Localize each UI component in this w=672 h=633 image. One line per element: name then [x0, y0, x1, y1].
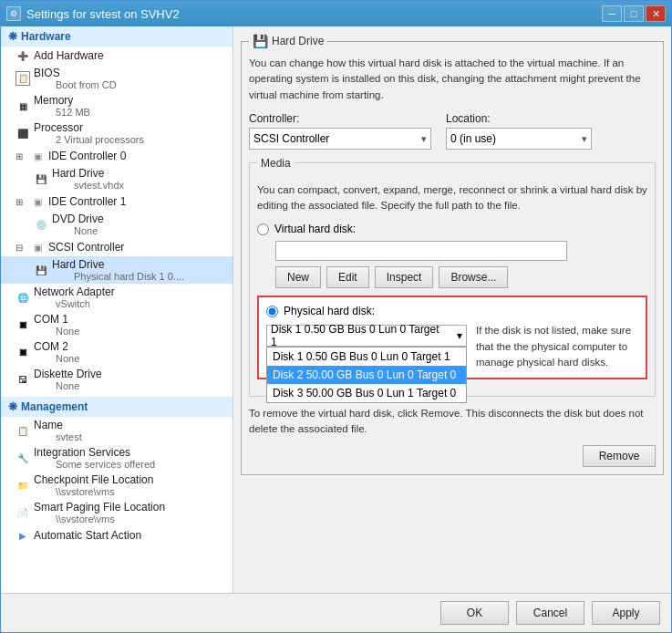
- hdd-ide0-sub: svtest.vhdx: [52, 180, 124, 191]
- integration-sub: Some services offered: [34, 459, 155, 470]
- location-select[interactable]: 0 (in use): [446, 128, 592, 150]
- management-section-header[interactable]: ❋ Management: [1, 397, 233, 417]
- hard-drive-info: You can change how this virtual hard dis…: [249, 56, 656, 103]
- maximize-button[interactable]: □: [624, 5, 644, 22]
- virtual-disk-path-input[interactable]: [275, 241, 567, 261]
- smartpaging-icon: 📄: [16, 505, 30, 520]
- sidebar-item-add-hardware[interactable]: ➕ Add Hardware: [1, 47, 233, 65]
- processor-label: Processor: [34, 121, 144, 134]
- new-button[interactable]: New: [275, 266, 321, 288]
- sidebar-item-com2[interactable]: ▣ COM 2 None: [1, 338, 233, 366]
- sidebar: ❋ Hardware ➕ Add Hardware 📋 BIOS Boot fr…: [1, 26, 233, 593]
- dvd-sub: None: [52, 225, 104, 236]
- disk-dropdown-display[interactable]: Disk 1 0.50 GB Bus 0 Lun 0 Target 1 ▾: [266, 325, 467, 347]
- diskette-icon: 🖫: [16, 372, 30, 387]
- sidebar-item-checkpoint[interactable]: 📁 Checkpoint File Location \\svstore\vms: [1, 472, 233, 499]
- edit-button[interactable]: Edit: [326, 266, 369, 288]
- remove-button[interactable]: Remove: [583, 445, 656, 467]
- autostart-icon: ▶: [16, 528, 30, 543]
- media-info: You can compact, convert, expand, merge,…: [257, 182, 647, 214]
- sidebar-item-hard-drive-ide0[interactable]: 💾 Hard Drive svtest.vhdx: [1, 165, 233, 192]
- close-button[interactable]: ✕: [646, 5, 666, 22]
- sidebar-item-autostart[interactable]: ▶ Automatic Start Action: [1, 526, 233, 545]
- sidebar-item-com1[interactable]: ▣ COM 1 None: [1, 311, 233, 338]
- hardware-section-header[interactable]: ❋ Hardware: [1, 26, 233, 47]
- management-label: Management: [21, 400, 88, 413]
- sidebar-item-scsi-hdd[interactable]: 💾 Hard Drive Physical hard Disk 1 0....: [1, 256, 233, 284]
- physical-disk-info-text: If the disk is not listed, make sure tha…: [476, 325, 631, 368]
- checkpoint-icon: 📁: [16, 478, 30, 493]
- sidebar-item-network[interactable]: 🌐 Network Adapter vSwitch: [1, 284, 233, 311]
- virtual-disk-radio[interactable]: [257, 223, 269, 235]
- processor-icon: ⬛: [16, 126, 30, 140]
- hard-drive-section: 💾 Hard Drive You can change how this vir…: [241, 34, 664, 475]
- disk-option-1[interactable]: Disk 1 0.50 GB Bus 0 Lun 0 Target 1: [267, 348, 466, 366]
- ide0-icon: ▣: [30, 149, 45, 163]
- memory-icon: ▦: [16, 99, 30, 113]
- checkpoint-sub: \\svstore\vms: [34, 486, 153, 497]
- sidebar-item-memory[interactable]: ▦ Memory 512 MB: [1, 92, 233, 119]
- bios-sub: Boot from CD: [34, 79, 117, 90]
- smartpaging-label: Smart Paging File Location: [34, 501, 165, 514]
- network-icon: 🌐: [16, 290, 30, 305]
- window-icon: ⚙: [6, 6, 21, 21]
- scsi-label: SCSI Controller: [48, 241, 124, 254]
- title-bar: ⚙ Settings for svtest on SVHV2 ─ □ ✕: [1, 1, 671, 26]
- disk-option-3[interactable]: Disk 3 50.00 GB Bus 0 Lun 1 Target 0: [267, 384, 466, 402]
- scsi-expand-icon: ⊟: [16, 243, 26, 253]
- ide0-label: IDE Controller 0: [48, 150, 126, 162]
- ide1-icon: ▣: [30, 194, 45, 209]
- name-sub: svtest: [34, 431, 82, 442]
- sidebar-item-name[interactable]: 📋 Name svtest: [1, 417, 233, 444]
- sidebar-item-ide0[interactable]: ⊞ ▣ IDE Controller 0: [1, 147, 233, 165]
- management-expand-icon: ❋: [8, 400, 17, 413]
- ok-button[interactable]: OK: [440, 601, 509, 625]
- sidebar-item-scsi[interactable]: ⊟ ▣ SCSI Controller: [1, 238, 233, 256]
- location-select-wrapper: 0 (in use): [446, 128, 592, 150]
- bottom-bar: OK Cancel Apply: [1, 593, 671, 632]
- controller-select-wrapper: SCSI Controller: [249, 128, 431, 150]
- disk-dropdown-value: Disk 1 0.50 GB Bus 0 Lun 0 Target 1: [271, 323, 448, 348]
- ide1-label: IDE Controller 1: [48, 195, 126, 208]
- inspect-button[interactable]: Inspect: [375, 266, 434, 288]
- apply-button[interactable]: Apply: [592, 601, 660, 625]
- com2-icon: ▣: [16, 345, 30, 359]
- physical-disk-radio-row: Physical hard disk:: [266, 305, 638, 317]
- sidebar-item-bios[interactable]: 📋 BIOS Boot from CD: [1, 65, 233, 92]
- physical-disk-content: Disk 1 0.50 GB Bus 0 Lun 0 Target 1 ▾ Di…: [266, 323, 638, 370]
- dvd-label: DVD Drive: [52, 213, 104, 225]
- com1-sub: None: [34, 326, 79, 337]
- physical-disk-radio[interactable]: [266, 306, 278, 317]
- smartpaging-sub: \\svstore\vms: [34, 514, 165, 524]
- disk-dropdown-list: Disk 1 0.50 GB Bus 0 Lun 0 Target 1 Disk…: [266, 347, 467, 403]
- physical-disk-section: Physical hard disk: Disk 1 0.50 GB Bus 0…: [257, 296, 647, 379]
- sidebar-item-ide1[interactable]: ⊞ ▣ IDE Controller 1: [1, 192, 233, 211]
- hdd-ide0-label: Hard Drive: [52, 167, 124, 180]
- com1-label: COM 1: [34, 313, 79, 326]
- main-content: ❋ Hardware ➕ Add Hardware 📋 BIOS Boot fr…: [1, 26, 671, 593]
- hard-drive-icon: 💾: [253, 34, 268, 48]
- disk-dropdown-wrapper: Disk 1 0.50 GB Bus 0 Lun 0 Target 1 ▾ Di…: [266, 323, 467, 347]
- hdd-ide0-icon: 💾: [34, 171, 48, 186]
- physical-disk-label: Physical hard disk:: [284, 305, 375, 317]
- controller-location-row: Controller: SCSI Controller Location: 0 …: [249, 112, 656, 150]
- network-sub: vSwitch: [34, 298, 115, 309]
- disk-list-column: Disk 1 0.50 GB Bus 0 Lun 0 Target 1 ▾ Di…: [266, 323, 467, 370]
- browse-button[interactable]: Browse...: [439, 266, 508, 288]
- sidebar-item-integration[interactable]: 🔧 Integration Services Some services off…: [1, 444, 233, 472]
- disk-option-2[interactable]: Disk 2 50.00 GB Bus 0 Lun 0 Target 0: [267, 366, 466, 384]
- minimize-button[interactable]: ─: [602, 5, 622, 22]
- sidebar-item-diskette[interactable]: 🖫 Diskette Drive None: [1, 366, 233, 393]
- sidebar-item-dvd[interactable]: 💿 DVD Drive None: [1, 211, 233, 238]
- remove-button-row: Remove: [249, 445, 656, 467]
- scsi-icon: ▣: [30, 240, 45, 254]
- sidebar-item-processor[interactable]: ⬛ Processor 2 Virtual processors: [1, 119, 233, 147]
- dvd-icon: 💿: [34, 217, 48, 232]
- controller-select[interactable]: SCSI Controller: [249, 128, 431, 150]
- controller-label: Controller:: [249, 112, 431, 125]
- ide1-expand-icon: ⊞: [16, 197, 26, 207]
- com2-sub: None: [34, 353, 79, 364]
- bios-icon: 📋: [16, 71, 30, 86]
- sidebar-item-smartpaging[interactable]: 📄 Smart Paging File Location \\svstore\v…: [1, 499, 233, 526]
- cancel-button[interactable]: Cancel: [516, 601, 584, 625]
